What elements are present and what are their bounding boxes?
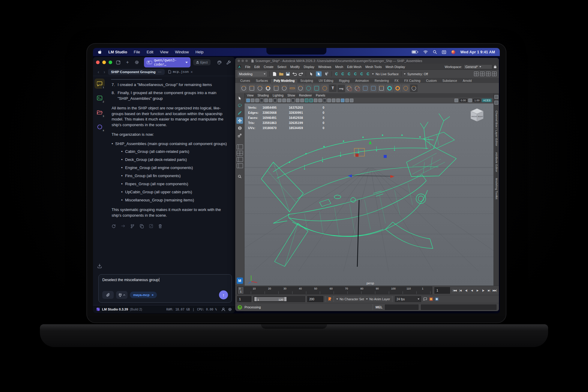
menu-set-dropdown[interactable]: Modeling: [238, 71, 267, 77]
close-traffic-light[interactable]: [96, 61, 100, 64]
snap-to-plane-icon[interactable]: C: [353, 72, 358, 76]
viewport-toolbar-icon[interactable]: [282, 99, 286, 102]
layout-two-pane[interactable]: [237, 157, 243, 162]
viewport-3d-view[interactable]: Verts:16854495163752030 Edges:3380366832…: [244, 103, 494, 286]
shelf-tab-poly-modeling[interactable]: Poly Modeling: [271, 79, 297, 83]
app-version[interactable]: LM Studio 0.3.39: [102, 307, 128, 311]
symmetry-label[interactable]: Symmetry: Off: [407, 72, 428, 76]
viewport-toolbar-icon[interactable]: [309, 99, 313, 102]
viewport-toolbar-icon[interactable]: [291, 99, 295, 102]
shelf-icon-multi-cut[interactable]: [313, 85, 320, 92]
viewport-toolbar-icon[interactable]: [350, 99, 353, 102]
developer-wrench-icon[interactable]: [225, 59, 232, 66]
animation-end-field[interactable]: 200: [307, 296, 323, 302]
settings-gear-icon[interactable]: [228, 307, 232, 311]
viewport-toolbar-icon[interactable]: [255, 99, 259, 102]
maya-menu-mesh-display[interactable]: Mesh Display: [386, 65, 405, 69]
shelf-icon-extrude[interactable]: [378, 85, 385, 92]
tab-channel-box-layer-editor[interactable]: Channel Box / Layer Editor: [495, 111, 498, 146]
close-traffic-light-inactive[interactable]: [238, 60, 240, 62]
shelf-tab-uv-editing[interactable]: UV Editing: [316, 79, 336, 83]
theme-palette-icon[interactable]: [216, 59, 223, 66]
remove-mcp-icon[interactable]: ×: [152, 293, 153, 297]
shelf-tab-surfaces[interactable]: Surfaces: [253, 79, 271, 83]
shelf-icon-boolean-difference[interactable]: [353, 85, 361, 92]
shelf-icon-quad-draw[interactable]: [305, 85, 312, 92]
viewport-toolbar-icon[interactable]: [251, 99, 254, 102]
spotlight-search-icon[interactable]: [433, 50, 437, 54]
new-scene-icon[interactable]: [272, 72, 277, 76]
range-start-handle[interactable]: [254, 297, 256, 301]
shelf-icon-platonic[interactable]: [297, 85, 304, 92]
shelf-icon-svg-tool[interactable]: svg: [338, 85, 345, 92]
viewport-toolbar-icon[interactable]: [323, 99, 326, 102]
panel-menu-panels[interactable]: Panels: [316, 94, 325, 97]
chat-input-box[interactable]: Deselect the miscellaneous group maya-mc…: [98, 274, 232, 303]
shelf-tab-fx[interactable]: FX: [392, 79, 401, 83]
maya-m-logo[interactable]: M: [237, 278, 243, 284]
shelf-tab-curves[interactable]: Curves: [238, 79, 253, 83]
viewport-toolbar-icon[interactable]: [287, 99, 290, 102]
continue-icon[interactable]: [121, 224, 125, 228]
shelf-icon-combine[interactable]: [362, 85, 369, 92]
panel-menu-lighting[interactable]: Lighting: [273, 94, 284, 97]
viewport-toolbar-icon[interactable]: [305, 99, 308, 102]
maya-menu-edit-mesh[interactable]: Edit Mesh: [347, 65, 362, 69]
layout-four-pane[interactable]: [237, 151, 243, 156]
apple-logo-icon[interactable]: [98, 50, 102, 54]
range-bar[interactable]: 1 120: [254, 297, 286, 301]
menubar-app-status-icon[interactable]: [451, 50, 455, 54]
exposure-icon[interactable]: [454, 99, 458, 102]
maya-menu-modify[interactable]: Modify: [290, 65, 300, 69]
chat-transcript[interactable]: 7. I created a "Miscellaneous_Group" for…: [106, 76, 235, 271]
workspace-dropdown[interactable]: General*: [464, 64, 492, 69]
mcp-plug-button[interactable]: [116, 291, 128, 299]
tab-modeling-toolkit[interactable]: Modeling Toolkit: [495, 178, 498, 199]
nav-forward-button[interactable]: ›: [102, 69, 107, 74]
maya-menu-display[interactable]: Display: [304, 65, 314, 69]
wifi-icon[interactable]: [423, 50, 428, 54]
viewport-layout-icon[interactable]: [486, 72, 490, 76]
shelf-icon-cube[interactable]: [248, 85, 256, 92]
view-transform-badge[interactable]: ACES: [482, 99, 492, 102]
shelf-tab-rigging[interactable]: Rigging: [336, 79, 352, 83]
mel-command-input[interactable]: [385, 304, 418, 310]
maya-menu-create[interactable]: Create: [264, 65, 273, 69]
zoom-traffic-light-inactive[interactable]: [245, 60, 248, 62]
go-to-end-button[interactable]: ▶▶|: [492, 288, 497, 293]
settings-gear-icon[interactable]: [134, 59, 140, 66]
mel-output-field[interactable]: [421, 304, 496, 310]
select-tool[interactable]: [236, 95, 243, 101]
help-icon[interactable]: ?: [238, 305, 242, 310]
shelf-icon-torus[interactable]: [264, 85, 272, 92]
maya-menu-mesh[interactable]: Mesh: [335, 65, 343, 69]
downloads-icon[interactable]: [97, 263, 102, 268]
shelf-tab-custom[interactable]: Custom: [423, 79, 439, 83]
camera-name-label[interactable]: persp: [367, 282, 374, 285]
shelf-icon-bevel[interactable]: [386, 85, 393, 92]
menubar-app-name[interactable]: LM Studio: [108, 50, 127, 54]
close-tab-icon[interactable]: ×: [190, 70, 193, 74]
paint-select-tool-icon[interactable]: [323, 71, 329, 76]
viewport-toolbar-icon[interactable]: [327, 99, 331, 102]
anim-layer-dropdown[interactable]: No Anim Layer: [366, 297, 390, 301]
maya-menu-file[interactable]: File: [245, 65, 250, 69]
snap-to-grid-icon[interactable]: C: [334, 72, 339, 76]
step-forward-frame-button[interactable]: ▶|: [486, 288, 491, 293]
shelf-icon-boolean-union[interactable]: [345, 85, 353, 92]
shelf-icon-cylinder[interactable]: [256, 85, 264, 92]
character-set-dropdown[interactable]: No Character Set: [336, 297, 364, 301]
mcp-server-pill[interactable]: maya-mcp ×: [130, 292, 157, 298]
viewport-toolbar-icon[interactable]: [260, 99, 263, 102]
shelf-icon-super-ellipse[interactable]: [321, 85, 328, 92]
viewport-toolbar-icon[interactable]: [314, 99, 317, 102]
bookmark-icon[interactable]: [328, 297, 332, 301]
range-slider[interactable]: 1 120: [254, 296, 305, 302]
step-back-frame-button[interactable]: |◀: [458, 288, 463, 293]
sidebar-item-chat[interactable]: 1: [94, 79, 105, 89]
scale-tool[interactable]: [236, 132, 243, 139]
redo-icon[interactable]: [298, 72, 303, 76]
maya-menu-windows[interactable]: Windows: [318, 65, 332, 69]
nav-back-button[interactable]: ‹: [96, 69, 101, 74]
shelf-icon-disc[interactable]: [289, 85, 296, 92]
